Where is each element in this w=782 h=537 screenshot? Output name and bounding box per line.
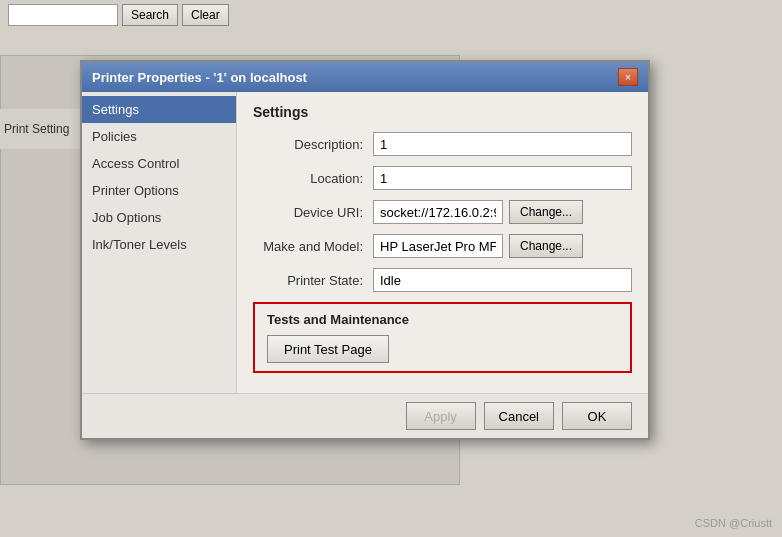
sidebar-item-settings[interactable]: Settings <box>82 96 236 123</box>
print-test-page-button[interactable]: Print Test Page <box>267 335 389 363</box>
make-model-label: Make and Model: <box>253 239 373 254</box>
ok-button[interactable]: OK <box>562 402 632 430</box>
tests-title: Tests and Maintenance <box>267 312 618 327</box>
description-input[interactable] <box>373 132 632 156</box>
device-uri-row: Device URI: Change... <box>253 200 632 224</box>
sidebar-item-job-options[interactable]: Job Options <box>82 204 236 231</box>
printer-state-label: Printer State: <box>253 273 373 288</box>
tests-maintenance-section: Tests and Maintenance Print Test Page <box>253 302 632 373</box>
location-row: Location: <box>253 166 632 190</box>
location-input[interactable] <box>373 166 632 190</box>
printer-state-row: Printer State: <box>253 268 632 292</box>
clear-button[interactable]: Clear <box>182 4 229 26</box>
sidebar-item-policies[interactable]: Policies <box>82 123 236 150</box>
device-uri-label: Device URI: <box>253 205 373 220</box>
search-input[interactable] <box>8 4 118 26</box>
dialog-title: Printer Properties - '1' on localhost <box>92 70 307 85</box>
search-button[interactable]: Search <box>122 4 178 26</box>
apply-button[interactable]: Apply <box>406 402 476 430</box>
printer-state-input <box>373 268 632 292</box>
description-row: Description: <box>253 132 632 156</box>
device-uri-change-button[interactable]: Change... <box>509 200 583 224</box>
sidebar-item-printer-options[interactable]: Printer Options <box>82 177 236 204</box>
sidebar-item-access-control[interactable]: Access Control <box>82 150 236 177</box>
watermark: CSDN @Criustt <box>695 517 772 529</box>
device-uri-input[interactable] <box>373 200 503 224</box>
dialog-main-content: Settings Description: Location: Device U… <box>237 92 648 393</box>
dialog-close-button[interactable]: × <box>618 68 638 86</box>
toolbar: Search Clear <box>0 0 782 30</box>
print-setting-label: Print Setting <box>0 109 90 149</box>
description-label: Description: <box>253 137 373 152</box>
sidebar-item-ink-toner[interactable]: Ink/Toner Levels <box>82 231 236 258</box>
location-label: Location: <box>253 171 373 186</box>
dialog-footer: Apply Cancel OK <box>82 393 648 438</box>
dialog-body: Settings Policies Access Control Printer… <box>82 92 648 393</box>
dialog-titlebar: Printer Properties - '1' on localhost × <box>82 62 648 92</box>
printer-properties-dialog: Printer Properties - '1' on localhost × … <box>80 60 650 440</box>
make-model-change-button[interactable]: Change... <box>509 234 583 258</box>
make-model-row: Make and Model: Change... <box>253 234 632 258</box>
settings-title: Settings <box>253 104 632 120</box>
dialog-sidebar: Settings Policies Access Control Printer… <box>82 92 237 393</box>
make-model-input[interactable] <box>373 234 503 258</box>
cancel-button[interactable]: Cancel <box>484 402 554 430</box>
